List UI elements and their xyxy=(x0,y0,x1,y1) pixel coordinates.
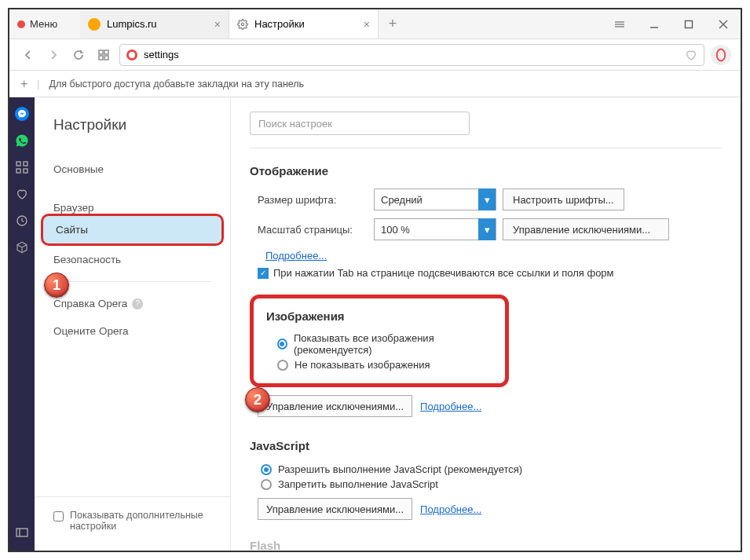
speeddial-button[interactable] xyxy=(94,46,113,64)
svg-point-12 xyxy=(717,49,726,60)
opera-logo-icon xyxy=(17,20,25,28)
new-tab-button[interactable]: + xyxy=(379,9,407,38)
page-title: Настройки xyxy=(35,116,230,134)
cube-icon[interactable] xyxy=(15,240,29,254)
font-size-select[interactable]: Средний ▾ xyxy=(374,188,496,210)
show-advanced-checkbox[interactable]: Показывать дополнительные настройки xyxy=(35,496,230,551)
close-icon[interactable]: × xyxy=(214,18,221,31)
chevron-down-icon: ▾ xyxy=(478,218,496,240)
reload-button[interactable] xyxy=(69,46,88,64)
radio-icon xyxy=(277,360,288,371)
address-input[interactable]: settings xyxy=(119,44,704,66)
bookmarks-bar: + | Для быстрого доступа добавьте заклад… xyxy=(9,71,741,97)
svg-rect-18 xyxy=(16,529,27,536)
address-bar: settings xyxy=(9,39,741,71)
tab-highlight-label: При нажатии Tab на странице подсвечивают… xyxy=(273,267,614,279)
messenger-icon[interactable] xyxy=(15,107,29,121)
heart-rail-icon[interactable] xyxy=(15,187,29,201)
radio-icon xyxy=(277,339,287,350)
svg-rect-16 xyxy=(24,169,27,173)
tab-label: Настройки xyxy=(254,18,305,30)
zoom-label: Масштаб страницы: xyxy=(258,224,374,236)
js-allow-radio[interactable]: Разрешить выполнение JavaScript (рекомен… xyxy=(261,463,722,475)
win-settings-button[interactable] xyxy=(602,9,637,38)
forward-button[interactable] xyxy=(44,46,63,64)
nav-sites[interactable]: Сайты xyxy=(41,214,224,246)
svg-rect-15 xyxy=(16,169,20,173)
images-show-radio[interactable]: Показывать все изображения (рекомендуетс… xyxy=(277,332,492,356)
lumpics-favicon-icon xyxy=(88,18,101,31)
svg-rect-10 xyxy=(99,56,103,60)
heart-icon[interactable] xyxy=(685,49,697,61)
display-more-link[interactable]: Подробнее... xyxy=(265,250,327,262)
radio-icon xyxy=(261,464,272,475)
left-rail xyxy=(9,97,35,551)
gear-icon xyxy=(237,19,248,30)
menu-button[interactable]: Меню xyxy=(9,9,80,38)
sidebar-toggle-icon[interactable] xyxy=(15,525,29,540)
tab-settings[interactable]: Настройки × xyxy=(229,9,379,38)
svg-rect-8 xyxy=(99,50,103,54)
maximize-button[interactable] xyxy=(671,9,706,38)
svg-rect-5 xyxy=(686,20,693,27)
zoom-exceptions-button[interactable]: Управление исключениями... xyxy=(503,218,669,240)
display-heading: Отображение xyxy=(250,164,722,178)
js-block-radio[interactable]: Запретить выполнение JavaScript xyxy=(261,478,722,490)
titlebar: Меню Lumpics.ru × Настройки × + xyxy=(9,9,741,39)
svg-rect-13 xyxy=(16,162,20,166)
svg-rect-9 xyxy=(104,50,108,54)
clock-icon[interactable] xyxy=(15,214,29,228)
add-bookmark-button[interactable]: + xyxy=(20,77,27,91)
annotation-callout-2: 2 xyxy=(245,387,270,412)
tab-label: Lumpics.ru xyxy=(107,18,157,30)
tab-highlight-checkbox[interactable]: ✓ xyxy=(258,268,269,279)
images-heading: Изображения xyxy=(266,309,492,323)
settings-content: Поиск настроек Отображение Размер шрифта… xyxy=(231,97,741,551)
annotation-callout-1: 1 xyxy=(44,273,69,298)
flash-heading: Flash xyxy=(250,539,722,551)
js-more-link[interactable]: Подробнее... xyxy=(420,503,481,515)
images-hide-radio[interactable]: Не показывать изображения xyxy=(277,359,492,371)
svg-point-0 xyxy=(241,23,244,26)
svg-rect-14 xyxy=(24,162,27,166)
radio-icon xyxy=(261,479,272,490)
js-exceptions-button[interactable]: Управление исключениями... xyxy=(258,498,412,520)
images-exceptions-button[interactable]: Управление исключениями... xyxy=(258,395,412,417)
images-section: Изображения Показывать все изображения (… xyxy=(250,295,509,387)
grid-icon[interactable] xyxy=(15,160,29,174)
opera-icon xyxy=(126,49,137,60)
minimize-button[interactable] xyxy=(637,9,671,38)
zoom-select[interactable]: 100 % ▾ xyxy=(374,218,496,240)
advanced-checkbox-input[interactable] xyxy=(53,511,64,522)
settings-search-input[interactable]: Поиск настроек xyxy=(250,112,470,135)
images-more-link[interactable]: Подробнее... xyxy=(420,401,481,412)
nav-browser[interactable]: Браузер xyxy=(35,194,230,214)
configure-fonts-button[interactable]: Настроить шрифты... xyxy=(503,188,624,210)
settings-nav: Настройки Основные Браузер Сайты Безопас… xyxy=(35,97,231,551)
address-text: settings xyxy=(144,49,179,60)
chevron-down-icon: ▾ xyxy=(478,188,496,210)
menu-label: Меню xyxy=(30,18,57,30)
close-button[interactable] xyxy=(706,9,741,38)
js-heading: JavaScript xyxy=(250,439,722,452)
bookmarks-hint: Для быстрого доступа добавьте закладки н… xyxy=(49,79,305,90)
font-size-label: Размер шрифта: xyxy=(258,194,374,206)
svg-rect-11 xyxy=(104,56,108,60)
question-icon: ? xyxy=(132,298,143,309)
whatsapp-icon[interactable] xyxy=(15,134,29,148)
profile-button[interactable] xyxy=(711,45,731,65)
close-icon[interactable]: × xyxy=(364,18,370,31)
tab-lumpics[interactable]: Lumpics.ru × xyxy=(80,9,229,38)
nav-rate[interactable]: Оцените Opera xyxy=(35,317,230,345)
back-button[interactable] xyxy=(19,46,38,64)
nav-security[interactable]: Безопасность xyxy=(35,246,230,273)
nav-basic[interactable]: Основные xyxy=(35,156,230,183)
